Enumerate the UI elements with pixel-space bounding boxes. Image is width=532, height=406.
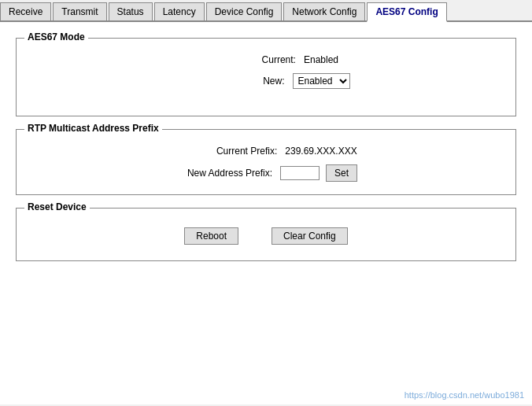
tab-latency[interactable]: Latency xyxy=(154,2,205,20)
clear-config-button[interactable]: Clear Config xyxy=(272,227,348,245)
new-mode-row: New: Enabled Disabled xyxy=(32,73,500,89)
tab-status[interactable]: Status xyxy=(109,2,153,20)
new-address-input[interactable] xyxy=(280,166,320,180)
current-prefix-value: 239.69.XXX.XXX xyxy=(285,146,357,157)
watermark: https://blog.csdn.net/wubo1981 xyxy=(405,390,524,400)
tab-receive[interactable]: Receive xyxy=(0,2,51,20)
reboot-button[interactable]: Reboot xyxy=(184,227,238,245)
current-prefix-label: Current Prefix: xyxy=(175,146,277,157)
rtp-multicast-section: RTP Multicast Address Prefix Current Pre… xyxy=(16,129,516,195)
new-label: New: xyxy=(183,76,285,87)
aes67-mode-title: AES67 Mode xyxy=(24,31,88,42)
tab-bar: Receive Transmit Status Latency Device C… xyxy=(0,0,532,22)
current-mode-row: Current: Enabled xyxy=(32,54,500,65)
tab-device-config[interactable]: Device Config xyxy=(206,2,283,20)
new-address-label: New Address Prefix: xyxy=(170,168,272,179)
tab-transmit[interactable]: Transmit xyxy=(53,2,106,20)
current-prefix-row: Current Prefix: 239.69.XXX.XXX xyxy=(32,146,500,157)
reset-device-title: Reset Device xyxy=(24,201,90,212)
reset-device-section: Reset Device Reboot Clear Config xyxy=(16,208,516,261)
tab-aes67-config[interactable]: AES67 Config xyxy=(367,2,446,22)
new-address-row: New Address Prefix: Set xyxy=(32,164,500,182)
tab-network-config[interactable]: Network Config xyxy=(283,2,365,20)
current-mode-value: Enabled xyxy=(304,54,338,65)
rtp-multicast-title: RTP Multicast Address Prefix xyxy=(24,123,162,134)
new-mode-select[interactable]: Enabled Disabled xyxy=(293,73,350,89)
set-button[interactable]: Set xyxy=(326,164,357,182)
current-label: Current: xyxy=(194,54,296,65)
reset-buttons-row: Reboot Clear Config xyxy=(32,221,500,251)
main-content: AES67 Mode Current: Enabled New: Enabled… xyxy=(0,22,532,404)
aes67-mode-section: AES67 Mode Current: Enabled New: Enabled… xyxy=(16,38,516,116)
